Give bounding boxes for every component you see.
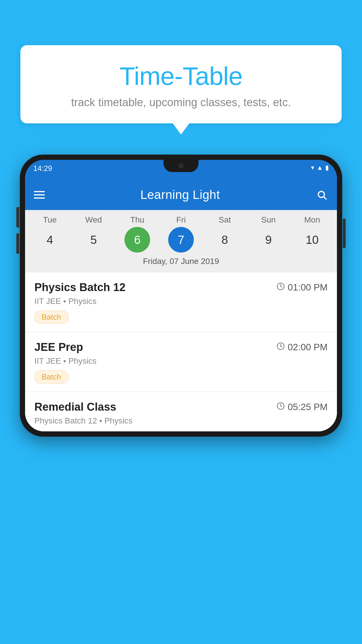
status-bar: 14:29 ▾ ▲ ▮ (25, 160, 337, 180)
schedule-item-1-tag: Batch (34, 311, 68, 324)
schedule-item-2-time-text: 02:00 PM (288, 342, 328, 353)
schedule-item-3-title: Remedial Class (34, 401, 116, 413)
schedule-item-2-tag: Batch (34, 370, 68, 384)
day-header-mon: Mon (299, 215, 325, 225)
schedule-item-1-time-text: 01:00 PM (288, 282, 328, 293)
schedule-item-2[interactable]: JEE Prep 02:00 PM IIT JEE • Physics (25, 332, 337, 392)
speech-bubble-container: Time-Table track timetable, upcoming cla… (20, 45, 342, 123)
wifi-icon: ▾ (311, 164, 314, 172)
schedule-list: Physics Batch 12 01:00 PM IIT JEE • P (25, 272, 337, 431)
signal-icon: ▲ (317, 164, 323, 172)
camera-dot (178, 163, 184, 169)
schedule-item-3-row: Remedial Class 05:25 PM (34, 401, 328, 413)
power-button (343, 219, 346, 248)
hamburger-line (34, 191, 45, 192)
hamburger-line (34, 197, 45, 199)
app-bar: Learning Light (25, 180, 337, 210)
day-header-wed: Wed (81, 215, 106, 225)
volume-up-button (16, 207, 19, 228)
schedule-item-2-row: JEE Prep 02:00 PM (34, 341, 328, 354)
hamburger-line (34, 194, 45, 195)
calendar-day-9[interactable]: 9 (256, 227, 281, 253)
search-button[interactable] (315, 188, 328, 201)
schedule-item-3[interactable]: Remedial Class 05:25 PM Physics Batch (25, 392, 337, 431)
speech-bubble: Time-Table track timetable, upcoming cla… (20, 45, 342, 123)
day-headers: Tue Wed Thu Fri Sat Sun Mon (25, 215, 337, 227)
volume-down-button (16, 233, 19, 254)
calendar-day-5[interactable]: 5 (81, 227, 106, 253)
status-icons: ▾ ▲ ▮ (311, 163, 329, 172)
phone-screen: 14:29 ▾ ▲ ▮ Learning Light (25, 160, 337, 431)
calendar-strip: Tue Wed Thu Fri Sat Sun Mon 4 5 6 7 8 9 … (25, 210, 337, 272)
day-header-tue: Tue (37, 215, 63, 225)
app-title: Learning Light (140, 188, 220, 202)
bubble-title: Time-Table (38, 61, 324, 91)
calendar-day-6-today[interactable]: 6 (124, 227, 150, 253)
battery-icon: ▮ (325, 164, 329, 172)
schedule-item-2-subtitle: IIT JEE • Physics (34, 356, 328, 366)
day-numbers: 4 5 6 7 8 9 10 (25, 227, 337, 253)
day-header-fri: Fri (168, 215, 194, 225)
day-header-sun: Sun (256, 215, 281, 225)
clock-icon-2 (277, 342, 285, 352)
schedule-item-1-row: Physics Batch 12 01:00 PM (34, 281, 328, 294)
schedule-item-1-title: Physics Batch 12 (34, 281, 126, 294)
clock-icon (277, 282, 285, 293)
phone-outer: 14:29 ▾ ▲ ▮ Learning Light (20, 155, 342, 437)
schedule-item-3-subtitle: Physics Batch 12 • Physics (34, 416, 328, 426)
phone-notch (164, 160, 198, 172)
calendar-day-10[interactable]: 10 (299, 227, 325, 253)
day-header-sat: Sat (212, 215, 238, 225)
phone-mockup: 14:29 ▾ ▲ ▮ Learning Light (20, 155, 342, 437)
calendar-day-4[interactable]: 4 (37, 227, 63, 253)
schedule-item-3-time: 05:25 PM (277, 402, 328, 412)
calendar-day-8[interactable]: 8 (212, 227, 238, 253)
bubble-subtitle: track timetable, upcoming classes, tests… (38, 96, 324, 109)
svg-line-1 (324, 197, 326, 199)
status-time: 14:29 (33, 163, 52, 173)
clock-icon-3 (277, 402, 285, 412)
day-header-thu: Thu (124, 215, 150, 225)
hamburger-menu-button[interactable] (34, 191, 45, 199)
selected-date-label: Friday, 07 June 2019 (25, 253, 337, 270)
schedule-item-2-title: JEE Prep (34, 341, 83, 354)
schedule-item-1[interactable]: Physics Batch 12 01:00 PM IIT JEE • P (25, 272, 337, 332)
calendar-day-7-selected[interactable]: 7 (168, 227, 194, 253)
schedule-item-2-time: 02:00 PM (277, 342, 328, 353)
schedule-item-1-subtitle: IIT JEE • Physics (34, 297, 328, 306)
schedule-item-1-time: 01:00 PM (277, 282, 328, 293)
schedule-item-3-time-text: 05:25 PM (288, 402, 328, 412)
